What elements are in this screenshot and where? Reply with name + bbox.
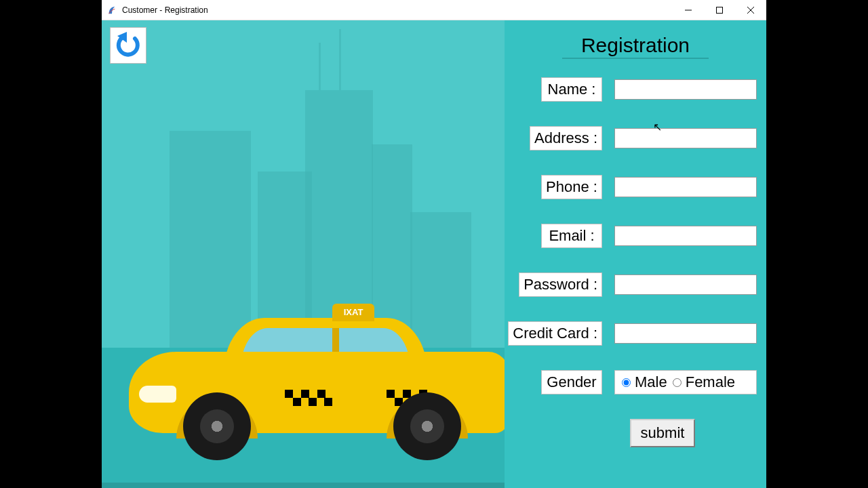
gender-male-radio[interactable] (622, 378, 631, 387)
taxi-illustration: IXAT (129, 284, 505, 460)
registration-form: Registration Name : Address : Phone : Em… (505, 20, 766, 488)
phone-input[interactable] (614, 177, 757, 197)
gender-male-label: Male (635, 373, 667, 391)
back-arrow-icon (115, 32, 142, 59)
phone-label: Phone : (541, 175, 602, 199)
app-window: Customer - Registration (102, 0, 766, 488)
email-input[interactable] (614, 226, 757, 246)
email-label: Email : (541, 224, 602, 248)
wheel-icon (183, 392, 251, 460)
back-button[interactable] (110, 27, 146, 64)
wheel-icon (393, 392, 461, 460)
password-input[interactable] (614, 274, 757, 295)
minimize-button[interactable] (673, 0, 704, 20)
taxi-sign: IXAT (332, 304, 374, 321)
tk-icon (107, 5, 117, 15)
submit-button[interactable]: submit (630, 419, 696, 447)
gender-group: Male Female (614, 370, 757, 394)
page-title: Registration (514, 34, 757, 57)
gender-label: Gender (541, 370, 602, 394)
address-input[interactable] (614, 128, 757, 148)
close-button[interactable] (735, 0, 766, 20)
credit-card-input[interactable] (614, 323, 757, 344)
content-area: IXAT Registration Name : Address : (102, 20, 766, 488)
window-title: Customer - Registration (122, 5, 673, 15)
illustration-pane: IXAT (102, 20, 505, 488)
titlebar: Customer - Registration (102, 0, 766, 20)
minimize-icon (685, 7, 692, 14)
gender-female-radio[interactable] (673, 378, 682, 387)
maximize-button[interactable] (704, 0, 735, 20)
password-label: Password : (519, 272, 602, 297)
maximize-icon (716, 7, 723, 14)
name-label: Name : (541, 77, 602, 102)
close-icon (747, 7, 754, 14)
name-input[interactable] (614, 79, 757, 100)
address-label: Address : (530, 126, 602, 150)
gender-female-label: Female (686, 373, 735, 391)
credit-card-label: Credit Card : (508, 321, 602, 346)
svg-rect-1 (717, 7, 723, 13)
